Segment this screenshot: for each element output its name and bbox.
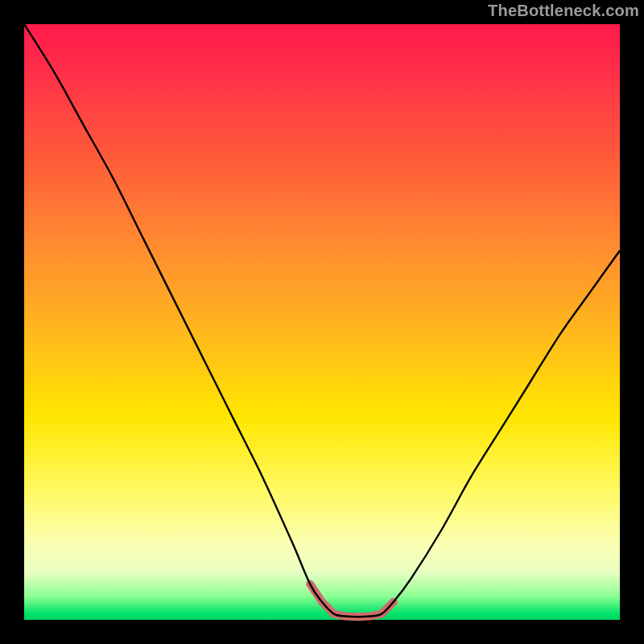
bottleneck-curve — [24, 24, 620, 617]
plot-area — [24, 24, 620, 620]
watermark-text: TheBottleneck.com — [488, 2, 639, 20]
chart-frame: TheBottleneck.com — [0, 0, 644, 644]
trough-marker — [310, 584, 394, 617]
curve-layer — [24, 24, 620, 620]
